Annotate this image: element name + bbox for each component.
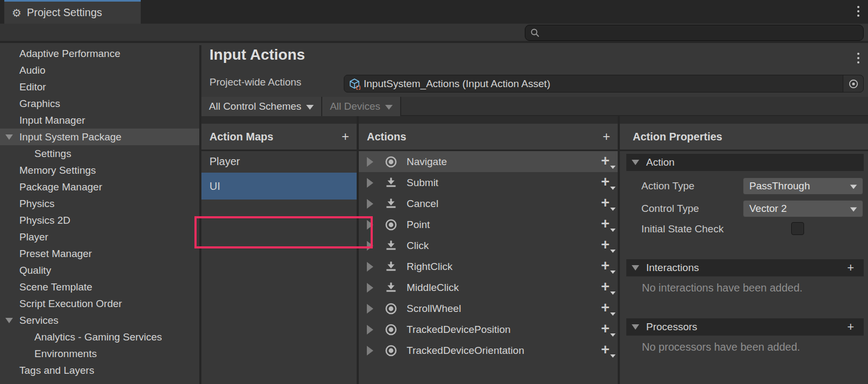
action-maps-header: Action Maps + — [201, 124, 357, 151]
action-label: ScrollWheel — [407, 303, 618, 315]
foldout-open-icon — [632, 265, 639, 271]
foldout-collapsed-icon[interactable] — [367, 346, 373, 355]
foldout-open-icon[interactable] — [5, 134, 13, 140]
initial-state-check-checkbox[interactable] — [791, 222, 804, 235]
action-label: TrackedDeviceOrientation — [407, 345, 618, 357]
chevron-down-icon — [610, 291, 616, 295]
action-type-dropdown[interactable]: PassThrough — [743, 177, 863, 195]
add-processor-button[interactable]: + — [847, 320, 854, 334]
add-binding-button[interactable]: + — [601, 322, 615, 337]
sidebar-item-scene-template[interactable]: Scene Template — [0, 279, 199, 295]
sidebar-item-analytics-gaming-services[interactable]: Analytics - Gaming Services — [0, 329, 199, 345]
button-action-icon — [384, 239, 398, 253]
search-box[interactable] — [525, 25, 864, 41]
interactions-empty-text: No interactions have been added. — [642, 282, 802, 294]
action-map-row-ui[interactable]: UI — [201, 173, 357, 200]
action-row-rightclick[interactable]: RightClick + — [359, 256, 618, 277]
sidebar-item-preset-manager[interactable]: Preset Manager — [0, 245, 199, 262]
sidebar-item-label: Adaptive Performance — [19, 48, 120, 60]
sidebar-item-label: Environments — [34, 348, 97, 360]
add-binding-button[interactable]: + — [601, 217, 615, 232]
foldout-open-icon — [632, 160, 639, 165]
sidebar-item-label: Quality — [19, 265, 51, 276]
sidebar-item-quality[interactable]: Quality — [0, 262, 199, 279]
add-binding-button[interactable]: + — [601, 301, 615, 316]
window-kebab-menu-icon[interactable] — [857, 6, 859, 17]
sidebar-item-script-execution-order[interactable]: Script Execution Order — [0, 295, 199, 312]
add-binding-button[interactable]: + — [601, 280, 615, 295]
sidebar-item-label: Package Manager — [19, 181, 102, 193]
sidebar-item-physics-2d[interactable]: Physics 2D — [0, 212, 199, 229]
sidebar-item-label: Audio — [19, 65, 46, 76]
sidebar-item-adaptive-performance[interactable]: Adaptive Performance — [0, 45, 199, 62]
action-map-list: Player UI — [201, 151, 357, 200]
action-label: Navigate — [407, 156, 618, 168]
project-settings-window: ⚙︎ Project Settings Adaptive Performance… — [0, 0, 868, 384]
add-binding-button[interactable]: + — [601, 259, 615, 274]
sidebar-item-environments[interactable]: Environments — [0, 345, 199, 362]
add-action-map-button[interactable]: + — [342, 130, 349, 143]
input-action-asset-field[interactable]: {} InputSystem_Actions (Input Action Ass… — [344, 75, 864, 93]
sidebar-item-label: Tags and Layers — [19, 365, 94, 376]
control-schemes-label: All Control Schemes — [209, 101, 301, 112]
sidebar-item-input-manager[interactable]: Input Manager — [0, 112, 199, 129]
sidebar-item-audio[interactable]: Audio — [0, 62, 199, 79]
sidebar-item-player[interactable]: Player — [0, 229, 199, 245]
action-row-trackeddeviceorientation[interactable]: TrackedDeviceOrientation + — [359, 340, 618, 361]
sidebar-item-physics[interactable]: Physics — [0, 195, 199, 212]
button-action-icon — [384, 176, 398, 190]
action-map-row-player[interactable]: Player — [201, 151, 357, 172]
action-row-scrollwheel[interactable]: ScrollWheel + — [359, 298, 618, 319]
foldout-collapsed-icon[interactable] — [367, 220, 373, 230]
sidebar-item-input-system-package[interactable]: Input System Package — [0, 129, 199, 145]
control-schemes-dropdown[interactable]: All Control Schemes — [201, 97, 322, 116]
action-row-submit[interactable]: Submit + — [359, 172, 618, 193]
sidebar-item-editor[interactable]: Editor — [0, 79, 199, 95]
add-interaction-button[interactable]: + — [847, 261, 854, 275]
foldout-collapsed-icon[interactable] — [367, 283, 373, 293]
processors-section-header[interactable]: Processors + — [626, 318, 864, 336]
chevron-down-icon — [306, 105, 314, 110]
search-input[interactable] — [544, 28, 845, 38]
value-action-icon — [384, 218, 398, 232]
sidebar-item-services[interactable]: Services — [0, 312, 199, 329]
action-maps-title: Action Maps — [209, 131, 273, 143]
foldout-collapsed-icon[interactable] — [367, 262, 373, 272]
foldout-collapsed-icon[interactable] — [367, 199, 373, 209]
action-section-header[interactable]: Action — [626, 154, 864, 171]
foldout-collapsed-icon[interactable] — [367, 304, 373, 314]
action-row-navigate[interactable]: Navigate + — [359, 151, 618, 172]
sidebar-item-memory-settings[interactable]: Memory Settings — [0, 162, 199, 179]
chevron-down-icon — [610, 354, 616, 358]
sidebar-item-graphics[interactable]: Graphics — [0, 95, 199, 112]
control-type-dropdown[interactable]: Vector 2 — [743, 200, 863, 217]
panel-kebab-menu-icon[interactable] — [857, 53, 859, 63]
action-row-click[interactable]: Click + — [359, 235, 618, 256]
sidebar-item-package-manager[interactable]: Package Manager — [0, 179, 199, 195]
add-binding-button[interactable]: + — [601, 175, 615, 190]
add-binding-button[interactable]: + — [601, 238, 615, 253]
add-action-button[interactable]: + — [603, 130, 610, 143]
action-row-trackeddeviceposition[interactable]: TrackedDevicePosition + — [359, 319, 618, 340]
action-label: MiddleClick — [407, 282, 618, 294]
action-row-middleclick[interactable]: MiddleClick + — [359, 277, 618, 298]
action-label: Click — [407, 240, 618, 252]
foldout-collapsed-icon[interactable] — [367, 325, 373, 335]
asset-field-value: InputSystem_Actions (Input Action Asset) — [364, 78, 550, 90]
foldout-collapsed-icon[interactable] — [367, 241, 373, 251]
interactions-section-header[interactable]: Interactions + — [626, 259, 864, 276]
add-binding-button[interactable]: + — [601, 343, 615, 358]
object-picker-button[interactable] — [843, 75, 863, 92]
foldout-collapsed-icon[interactable] — [367, 178, 373, 188]
action-row-point[interactable]: Point + — [359, 214, 618, 235]
action-row-cancel[interactable]: Cancel + — [359, 193, 618, 214]
tab-project-settings[interactable]: ⚙︎ Project Settings — [4, 0, 141, 24]
sidebar-item-settings[interactable]: Settings — [0, 145, 199, 162]
chevron-down-icon — [610, 187, 616, 190]
foldout-collapsed-icon[interactable] — [367, 157, 373, 167]
add-binding-button[interactable]: + — [601, 154, 615, 169]
sidebar-item-tags-and-layers[interactable]: Tags and Layers — [0, 362, 199, 379]
foldout-open-icon[interactable] — [5, 318, 13, 323]
add-binding-button[interactable]: + — [601, 196, 615, 211]
devices-dropdown[interactable]: All Devices — [322, 97, 401, 116]
